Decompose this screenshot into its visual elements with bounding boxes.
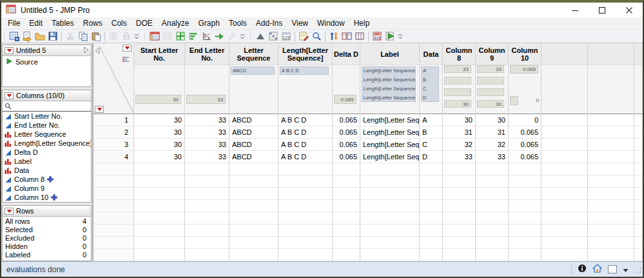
cell[interactable]: 33 [185, 126, 229, 139]
header-graph-bar[interactable]: C [421, 84, 439, 93]
row-stat-selected[interactable]: Selected0 [3, 225, 91, 233]
cell[interactable]: 33 [185, 139, 229, 151]
cell-empty[interactable] [420, 224, 442, 237]
column-header[interactable]: Column 8 [443, 43, 475, 65]
cell-empty[interactable] [588, 237, 634, 249]
cell[interactable]: 33 [443, 151, 475, 163]
column-header[interactable]: Data [420, 43, 442, 65]
menu-window[interactable]: Window [313, 19, 349, 28]
header-graph-bar[interactable]: Length[Letter Sequence] 4 [362, 94, 416, 102]
cell[interactable]: B [420, 126, 442, 139]
row-number-empty[interactable] [93, 188, 133, 200]
toolbar-search-button[interactable] [310, 30, 323, 43]
cell[interactable] [588, 126, 634, 139]
header-graph-bar[interactable]: D [421, 94, 439, 102]
minimize-button[interactable] [561, 3, 589, 17]
panel-expand-icon[interactable] [84, 46, 89, 55]
column-list-icon[interactable] [122, 54, 130, 65]
cell-empty[interactable] [360, 249, 419, 261]
cell-empty[interactable] [509, 237, 541, 249]
menu-analyze[interactable]: Analyze [157, 19, 194, 28]
toolbar-formula-button[interactable] [371, 30, 384, 43]
cell-empty[interactable] [333, 163, 360, 175]
cell-empty[interactable] [542, 175, 587, 188]
toolbar-pyramid-button[interactable] [254, 30, 267, 43]
cell-empty[interactable] [333, 188, 360, 200]
cell-empty[interactable] [634, 200, 642, 212]
toolbar-drag-handle[interactable] [3, 32, 6, 41]
cell-empty[interactable] [278, 249, 332, 261]
cell-empty[interactable] [278, 163, 332, 175]
cell-empty[interactable] [542, 224, 587, 237]
info-icon[interactable] [578, 264, 587, 275]
cell-empty[interactable] [476, 224, 508, 237]
header-graph-bar[interactable]: 0.065 [510, 65, 538, 74]
toolbar-open-file-button[interactable] [34, 30, 46, 43]
cell-empty[interactable] [443, 163, 475, 175]
cell-empty[interactable] [333, 237, 360, 249]
cell-empty[interactable] [509, 188, 541, 200]
cell[interactable]: 0.065 [509, 139, 541, 151]
toolbar-drag-handle[interactable] [249, 32, 252, 41]
column-item-column-8[interactable]: Column 8 [3, 175, 91, 184]
cell[interactable] [542, 126, 587, 139]
cell-empty[interactable] [134, 163, 184, 175]
cell[interactable]: 30 [134, 126, 184, 139]
menu-cols[interactable]: Cols [107, 19, 132, 28]
column-header[interactable]: Letter Sequence [229, 43, 278, 65]
header-graph-bar[interactable]: 33 [186, 95, 226, 104]
menu-file[interactable]: File [3, 19, 24, 28]
formula-plus-icon[interactable] [47, 176, 54, 183]
cell-empty[interactable] [509, 163, 541, 175]
cell[interactable]: 30 [443, 114, 475, 126]
cell-empty[interactable] [588, 212, 634, 224]
cell-empty[interactable] [134, 188, 184, 200]
rows-header-menu-icon[interactable] [95, 106, 104, 113]
toolbar-join-tables-button[interactable] [340, 30, 353, 43]
toolbar-run-model-button[interactable] [213, 30, 226, 43]
header-graph-bar[interactable]: 30 [477, 100, 504, 108]
cell[interactable]: A B C D [278, 139, 332, 151]
cell-empty[interactable] [134, 200, 184, 212]
cell-empty[interactable] [443, 200, 475, 212]
source-item[interactable]: Source [3, 56, 91, 66]
cell-empty[interactable] [229, 175, 278, 188]
cell[interactable]: 33 [185, 114, 229, 126]
cell[interactable]: 0 [509, 114, 541, 126]
cell[interactable] [542, 114, 587, 126]
cell-empty[interactable] [360, 212, 419, 224]
cell-empty[interactable] [420, 200, 442, 212]
columns-header-menu-icon[interactable] [122, 45, 132, 52]
maximize-button[interactable] [589, 3, 616, 17]
column-item-column-9[interactable]: Column 9 [3, 184, 91, 193]
cell-empty[interactable] [229, 249, 278, 261]
column-header[interactable]: End Letter No. [185, 43, 229, 65]
cell-empty[interactable] [420, 237, 442, 249]
cell[interactable]: 30 [134, 151, 184, 163]
menu-help[interactable]: Help [349, 19, 375, 28]
cell-empty[interactable] [588, 175, 634, 188]
toolbar-overflow-icon[interactable] [396, 30, 404, 43]
cell-empty[interactable] [229, 224, 278, 237]
cell-empty[interactable] [278, 237, 332, 249]
cell[interactable] [634, 151, 642, 163]
toolbar-paste-button[interactable] [90, 30, 102, 43]
cell-empty[interactable] [278, 200, 332, 212]
column-header[interactable]: Label [360, 43, 419, 65]
toolbar-new-window-button[interactable] [174, 30, 187, 43]
cell-empty[interactable] [134, 175, 184, 188]
table-menu-icon[interactable] [5, 47, 14, 54]
header-graph-bar[interactable] [477, 88, 504, 96]
cell-empty[interactable] [185, 163, 229, 175]
cell-empty[interactable] [443, 237, 475, 249]
cell[interactable] [634, 114, 642, 126]
column-header[interactable]: Length[Letter Sequence] [278, 43, 332, 65]
cell-empty[interactable] [134, 224, 184, 237]
cell-empty[interactable] [360, 163, 419, 175]
toolbar-run-script-button[interactable] [384, 30, 396, 43]
row-stat-excluded[interactable]: Excluded0 [3, 233, 91, 242]
cell[interactable] [634, 139, 642, 151]
column-header[interactable] [634, 43, 642, 65]
cell-empty[interactable] [542, 249, 587, 261]
toolbar-date-time-button[interactable]: 123 [280, 30, 293, 43]
